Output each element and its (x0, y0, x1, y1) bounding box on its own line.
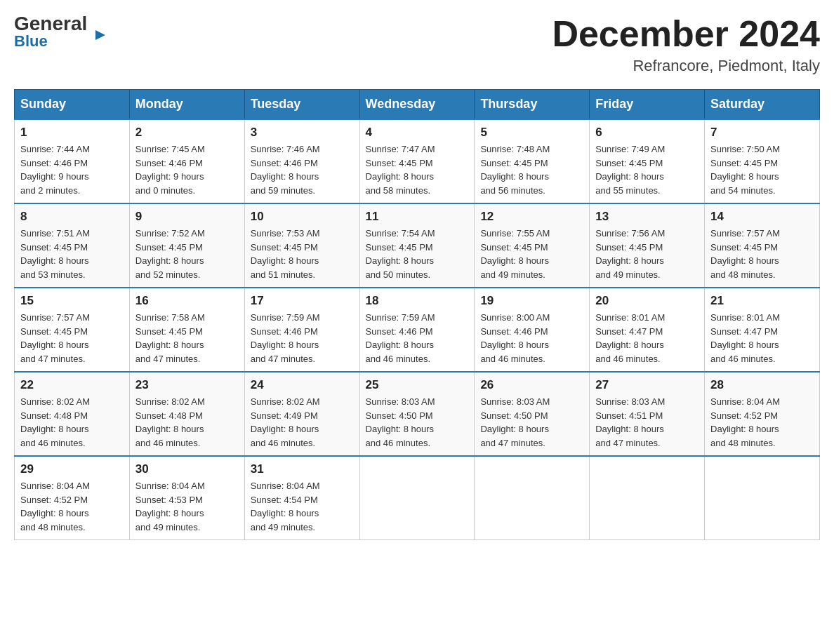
day-info: Sunrise: 8:03 AMSunset: 4:50 PMDaylight:… (366, 395, 469, 450)
day-number: 4 (366, 126, 469, 140)
calendar-day-cell: 26Sunrise: 8:03 AMSunset: 4:50 PMDayligh… (475, 372, 590, 456)
day-info: Sunrise: 8:02 AMSunset: 4:48 PMDaylight:… (135, 395, 239, 450)
calendar-day-cell: 3Sunrise: 7:46 AMSunset: 4:46 PMDaylight… (244, 119, 359, 203)
col-saturday: Saturday (705, 90, 820, 120)
day-info: Sunrise: 7:59 AMSunset: 4:46 PMDaylight:… (251, 311, 354, 365)
day-number: 3 (251, 126, 354, 140)
day-number: 9 (135, 210, 239, 224)
day-number: 29 (20, 462, 124, 476)
day-info: Sunrise: 8:03 AMSunset: 4:50 PMDaylight:… (480, 395, 583, 450)
day-number: 2 (135, 126, 239, 140)
calendar-day-cell (590, 456, 705, 540)
calendar-day-cell (475, 456, 590, 540)
day-number: 17 (251, 294, 354, 308)
day-number: 23 (135, 378, 239, 392)
day-info: Sunrise: 7:57 AMSunset: 4:45 PMDaylight:… (710, 227, 814, 281)
calendar-day-cell: 13Sunrise: 7:56 AMSunset: 4:45 PMDayligh… (590, 203, 705, 288)
calendar-day-cell: 24Sunrise: 8:02 AMSunset: 4:49 PMDayligh… (244, 372, 359, 456)
day-info: Sunrise: 8:04 AMSunset: 4:52 PMDaylight:… (20, 479, 124, 534)
calendar-day-cell: 5Sunrise: 7:48 AMSunset: 4:45 PMDaylight… (475, 119, 590, 203)
day-number: 30 (135, 462, 239, 476)
day-number: 1 (20, 126, 124, 140)
calendar-day-cell: 19Sunrise: 8:00 AMSunset: 4:46 PMDayligh… (475, 288, 590, 372)
day-info: Sunrise: 7:47 AMSunset: 4:45 PMDaylight:… (366, 142, 469, 197)
col-friday: Friday (590, 90, 705, 120)
calendar-week-row-5: 29Sunrise: 8:04 AMSunset: 4:52 PMDayligh… (15, 456, 820, 540)
day-number: 11 (366, 210, 469, 224)
day-info: Sunrise: 7:45 AMSunset: 4:46 PMDaylight:… (135, 142, 239, 197)
day-number: 28 (710, 378, 814, 392)
calendar-day-cell: 17Sunrise: 7:59 AMSunset: 4:46 PMDayligh… (244, 288, 359, 372)
logo-general: General (14, 14, 95, 34)
day-info: Sunrise: 7:53 AMSunset: 4:45 PMDaylight:… (251, 227, 354, 281)
day-number: 25 (366, 378, 469, 392)
day-info: Sunrise: 8:04 AMSunset: 4:52 PMDaylight:… (710, 395, 814, 450)
day-info: Sunrise: 7:44 AMSunset: 4:46 PMDaylight:… (20, 142, 124, 197)
title-area: December 2024 Refrancore, Piedmont, Ital… (552, 14, 820, 75)
calendar-day-cell: 1Sunrise: 7:44 AMSunset: 4:46 PMDaylight… (15, 119, 130, 203)
calendar-title: December 2024 (552, 14, 820, 54)
calendar-day-cell: 12Sunrise: 7:55 AMSunset: 4:45 PMDayligh… (475, 203, 590, 288)
calendar-week-row-1: 1Sunrise: 7:44 AMSunset: 4:46 PMDaylight… (15, 119, 820, 203)
day-info: Sunrise: 7:50 AMSunset: 4:45 PMDaylight:… (710, 142, 814, 197)
calendar-day-cell: 18Sunrise: 7:59 AMSunset: 4:46 PMDayligh… (359, 288, 475, 372)
day-number: 8 (20, 210, 124, 224)
col-thursday: Thursday (475, 90, 590, 120)
calendar-day-cell: 10Sunrise: 7:53 AMSunset: 4:45 PMDayligh… (244, 203, 359, 288)
col-wednesday: Wednesday (359, 90, 475, 120)
calendar-day-cell: 30Sunrise: 8:04 AMSunset: 4:53 PMDayligh… (129, 456, 244, 540)
day-info: Sunrise: 7:59 AMSunset: 4:46 PMDaylight:… (366, 311, 469, 365)
col-sunday: Sunday (15, 90, 130, 120)
day-number: 19 (480, 294, 583, 308)
day-number: 14 (710, 210, 814, 224)
day-info: Sunrise: 8:03 AMSunset: 4:51 PMDaylight:… (595, 395, 699, 450)
svg-marker-0 (95, 30, 105, 40)
day-info: Sunrise: 7:51 AMSunset: 4:45 PMDaylight:… (20, 227, 124, 281)
day-info: Sunrise: 7:54 AMSunset: 4:45 PMDaylight:… (366, 227, 469, 281)
day-number: 6 (595, 126, 699, 140)
calendar-day-cell: 29Sunrise: 8:04 AMSunset: 4:52 PMDayligh… (15, 456, 130, 540)
day-number: 10 (251, 210, 354, 224)
calendar-header-row: Sunday Monday Tuesday Wednesday Thursday… (15, 90, 820, 120)
day-info: Sunrise: 7:46 AMSunset: 4:46 PMDaylight:… (251, 142, 354, 197)
calendar-day-cell: 11Sunrise: 7:54 AMSunset: 4:45 PMDayligh… (359, 203, 475, 288)
calendar-day-cell: 2Sunrise: 7:45 AMSunset: 4:46 PMDaylight… (129, 119, 244, 203)
calendar-day-cell: 27Sunrise: 8:03 AMSunset: 4:51 PMDayligh… (590, 372, 705, 456)
day-info: Sunrise: 7:52 AMSunset: 4:45 PMDaylight:… (135, 227, 239, 281)
day-number: 7 (710, 126, 814, 140)
calendar-day-cell: 20Sunrise: 8:01 AMSunset: 4:47 PMDayligh… (590, 288, 705, 372)
calendar-day-cell: 15Sunrise: 7:57 AMSunset: 4:45 PMDayligh… (15, 288, 130, 372)
col-monday: Monday (129, 90, 244, 120)
day-number: 16 (135, 294, 239, 308)
calendar-day-cell (705, 456, 820, 540)
day-number: 22 (20, 378, 124, 392)
day-number: 27 (595, 378, 699, 392)
logo: General Blue (14, 14, 95, 51)
calendar-day-cell: 16Sunrise: 7:58 AMSunset: 4:45 PMDayligh… (129, 288, 244, 372)
day-number: 26 (480, 378, 583, 392)
day-number: 5 (480, 126, 583, 140)
calendar-day-cell: 14Sunrise: 7:57 AMSunset: 4:45 PMDayligh… (705, 203, 820, 288)
calendar-week-row-4: 22Sunrise: 8:02 AMSunset: 4:48 PMDayligh… (15, 372, 820, 456)
calendar-day-cell: 22Sunrise: 8:02 AMSunset: 4:48 PMDayligh… (15, 372, 130, 456)
day-number: 21 (710, 294, 814, 308)
page-header: General Blue December 2024 Refrancore, P… (14, 14, 820, 75)
calendar-day-cell: 8Sunrise: 7:51 AMSunset: 4:45 PMDaylight… (15, 203, 130, 288)
day-number: 13 (595, 210, 699, 224)
day-number: 18 (366, 294, 469, 308)
day-info: Sunrise: 8:04 AMSunset: 4:53 PMDaylight:… (135, 479, 239, 534)
calendar-table: Sunday Monday Tuesday Wednesday Thursday… (14, 89, 820, 540)
calendar-day-cell: 23Sunrise: 8:02 AMSunset: 4:48 PMDayligh… (129, 372, 244, 456)
calendar-week-row-2: 8Sunrise: 7:51 AMSunset: 4:45 PMDaylight… (15, 203, 820, 288)
day-info: Sunrise: 7:57 AMSunset: 4:45 PMDaylight:… (20, 311, 124, 365)
day-number: 12 (480, 210, 583, 224)
day-number: 20 (595, 294, 699, 308)
calendar-day-cell: 21Sunrise: 8:01 AMSunset: 4:47 PMDayligh… (705, 288, 820, 372)
day-info: Sunrise: 8:01 AMSunset: 4:47 PMDaylight:… (710, 311, 814, 365)
day-number: 15 (20, 294, 124, 308)
calendar-day-cell (359, 456, 475, 540)
day-info: Sunrise: 7:56 AMSunset: 4:45 PMDaylight:… (595, 227, 699, 281)
calendar-day-cell: 6Sunrise: 7:49 AMSunset: 4:45 PMDaylight… (590, 119, 705, 203)
calendar-subtitle: Refrancore, Piedmont, Italy (552, 57, 820, 75)
day-info: Sunrise: 8:02 AMSunset: 4:49 PMDaylight:… (251, 395, 354, 450)
